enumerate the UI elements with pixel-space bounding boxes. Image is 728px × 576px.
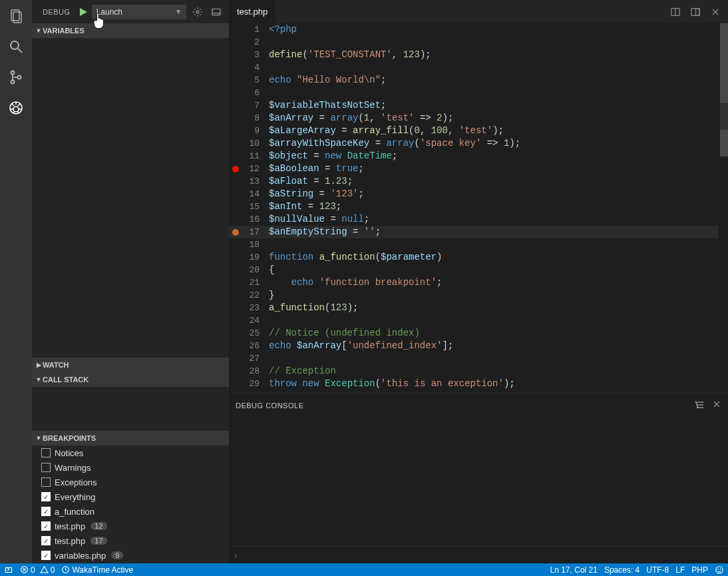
- activity-search[interactable]: [7, 37, 25, 56]
- status-errors[interactable]: 0 0: [20, 565, 55, 575]
- close-editor-icon[interactable]: [708, 5, 723, 19]
- minimap[interactable]: [719, 23, 728, 393]
- gutter-breakpoint[interactable]: [229, 352, 242, 365]
- breakpoint-item[interactable]: Notices: [32, 445, 229, 460]
- code-line[interactable]: 16$nullValue = null;: [229, 213, 728, 226]
- code-line[interactable]: 25// Notice (undefined index): [229, 327, 728, 340]
- code-line[interactable]: 26echo $anArray['undefined_index'];: [229, 340, 728, 352]
- code-line[interactable]: 5echo "Hello World\n";: [229, 74, 728, 87]
- code-line[interactable]: 15$anInt = 123;: [229, 200, 728, 213]
- editor-tab-testphp[interactable]: test.php: [229, 0, 275, 23]
- code-line[interactable]: 3define('TEST_CONSTANT', 123);: [229, 49, 728, 61]
- gutter-breakpoint[interactable]: [229, 365, 242, 378]
- breakpoint-checkbox[interactable]: ✓: [41, 521, 51, 531]
- more-icon[interactable]: [688, 5, 703, 19]
- start-debug-icon[interactable]: [79, 7, 88, 17]
- code-line[interactable]: 8$anArray = array(1, 'test' => 2);: [229, 112, 728, 125]
- breakpoint-item[interactable]: ✓test.php17: [32, 533, 229, 548]
- status-lang[interactable]: PHP: [691, 565, 708, 575]
- activity-scm[interactable]: [7, 68, 25, 87]
- breakpoint-checkbox[interactable]: [41, 463, 51, 472]
- gutter-breakpoint[interactable]: [229, 200, 242, 213]
- status-feedback-icon[interactable]: [715, 565, 724, 575]
- close-panel-icon[interactable]: [712, 400, 721, 412]
- code-line[interactable]: 2: [229, 36, 728, 49]
- code-line[interactable]: 20{: [229, 264, 728, 276]
- status-remote-icon[interactable]: [4, 565, 13, 575]
- gutter-breakpoint[interactable]: [229, 36, 242, 49]
- code-line[interactable]: 12$aBoolean = true;: [229, 162, 728, 175]
- gutter-breakpoint[interactable]: [229, 340, 242, 352]
- status-spaces[interactable]: Spaces: 4: [604, 565, 639, 575]
- code-line[interactable]: 24: [229, 314, 728, 327]
- code-line[interactable]: 14$aString = '123';: [229, 188, 728, 200]
- gutter-breakpoint[interactable]: [229, 251, 242, 264]
- debug-config-select[interactable]: Launch ▼: [92, 5, 186, 19]
- activity-explorer[interactable]: [7, 7, 25, 25]
- code-line[interactable]: 17$anEmptyString = '';: [229, 226, 728, 238]
- gutter-breakpoint[interactable]: [229, 264, 242, 276]
- gutter-breakpoint[interactable]: [229, 226, 242, 238]
- breakpoint-checkbox[interactable]: ✓: [41, 507, 51, 516]
- gutter-breakpoint[interactable]: [229, 378, 242, 390]
- callstack-header[interactable]: ▼ CALL STACK: [32, 372, 229, 387]
- breakpoint-checkbox[interactable]: [41, 448, 51, 457]
- breakpoint-checkbox[interactable]: [41, 477, 51, 487]
- gutter-breakpoint[interactable]: [229, 99, 242, 112]
- gutter-breakpoint[interactable]: [229, 49, 242, 61]
- code-line[interactable]: 18: [229, 238, 728, 251]
- gutter-breakpoint[interactable]: [229, 162, 242, 175]
- code-editor[interactable]: 1<?php23define('TEST_CONSTANT', 123);45e…: [229, 23, 728, 393]
- gutter-breakpoint[interactable]: [229, 188, 242, 200]
- gutter-breakpoint[interactable]: [229, 327, 242, 340]
- status-wakatime[interactable]: WakaTime Active: [61, 565, 133, 575]
- status-encoding[interactable]: UTF-8: [646, 565, 669, 575]
- gutter-breakpoint[interactable]: [229, 302, 242, 314]
- status-eol[interactable]: LF: [675, 565, 685, 575]
- split-editor-icon[interactable]: [668, 5, 683, 19]
- gutter-breakpoint[interactable]: [229, 74, 242, 87]
- status-lncol[interactable]: Ln 17, Col 21: [550, 565, 598, 575]
- code-line[interactable]: 6: [229, 87, 728, 99]
- variables-header[interactable]: ▼ VARIABLES: [32, 23, 229, 38]
- gutter-breakpoint[interactable]: [229, 23, 242, 36]
- code-line[interactable]: 7$variableThatsNotSet;: [229, 99, 728, 112]
- breakpoint-item[interactable]: ✓variables.php9: [32, 548, 229, 563]
- breakpoints-header[interactable]: ▼ BREAKPOINTS: [32, 431, 229, 445]
- gutter-breakpoint[interactable]: [229, 125, 242, 137]
- breakpoint-checkbox[interactable]: ✓: [41, 536, 51, 545]
- code-line[interactable]: 21 echo 'function breakpoint';: [229, 276, 728, 289]
- code-line[interactable]: 22}: [229, 289, 728, 302]
- code-line[interactable]: 10$arrayWithSpaceKey = array('space key'…: [229, 137, 728, 150]
- gutter-breakpoint[interactable]: [229, 289, 242, 302]
- code-line[interactable]: 1<?php: [229, 23, 728, 36]
- code-line[interactable]: 27: [229, 352, 728, 365]
- breakpoint-item[interactable]: Exceptions: [32, 475, 229, 489]
- code-line[interactable]: 19function a_function($parameter): [229, 251, 728, 264]
- gutter-breakpoint[interactable]: [229, 175, 242, 188]
- clear-console-icon[interactable]: [695, 400, 705, 412]
- code-line[interactable]: 4: [229, 61, 728, 74]
- breakpoint-checkbox[interactable]: ✓: [41, 551, 51, 560]
- debug-console-toggle-icon[interactable]: [209, 5, 224, 19]
- gutter-breakpoint[interactable]: [229, 276, 242, 289]
- breakpoint-item[interactable]: ✓test.php12: [32, 519, 229, 533]
- gutter-breakpoint[interactable]: [229, 314, 242, 327]
- breakpoint-checkbox[interactable]: ✓: [41, 492, 51, 501]
- gutter-breakpoint[interactable]: [229, 213, 242, 226]
- gutter-breakpoint[interactable]: [229, 112, 242, 125]
- code-line[interactable]: 9$aLargeArray = array_fill(0, 100, 'test…: [229, 125, 728, 137]
- watch-header[interactable]: ▶ WATCH: [32, 358, 229, 372]
- code-line[interactable]: 13$aFloat = 1.23;: [229, 175, 728, 188]
- code-line[interactable]: 29throw new Exception('this is an except…: [229, 378, 728, 390]
- breakpoint-item[interactable]: Warnings: [32, 460, 229, 475]
- breakpoint-item[interactable]: ✓a_function: [32, 504, 229, 519]
- breakpoint-item[interactable]: ✓Everything: [32, 489, 229, 504]
- gutter-breakpoint[interactable]: [229, 87, 242, 99]
- code-line[interactable]: 23a_function(123);: [229, 302, 728, 314]
- gutter-breakpoint[interactable]: [229, 150, 242, 162]
- code-line[interactable]: 11$object = new DateTime;: [229, 150, 728, 162]
- gutter-breakpoint[interactable]: [229, 238, 242, 251]
- activity-debug[interactable]: [7, 99, 25, 117]
- settings-icon[interactable]: [190, 5, 205, 19]
